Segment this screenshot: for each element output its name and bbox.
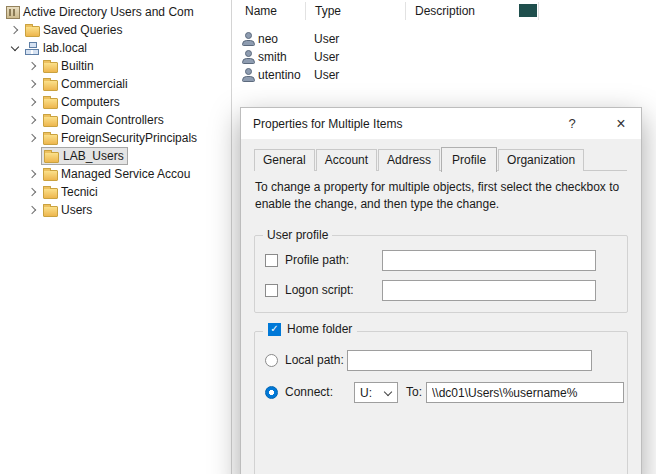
- chevron-right-icon[interactable]: [8, 23, 22, 37]
- home-folder-label: Home folder: [287, 322, 352, 336]
- chevron-right-icon[interactable]: [26, 185, 40, 199]
- chevron-down-icon[interactable]: [8, 41, 22, 55]
- tree-item-label: Builtin: [61, 59, 94, 73]
- folder-icon: [43, 98, 58, 109]
- tree-item-saved-queries[interactable]: Saved Queries: [0, 21, 231, 39]
- user-name: neo: [258, 32, 314, 46]
- user-icon: [241, 68, 256, 82]
- tree-item-foreign-security-principals[interactable]: ForeignSecurityPrincipals: [0, 129, 231, 147]
- close-button[interactable]: ×: [601, 108, 641, 139]
- home-folder-legend: Home folder: [263, 322, 357, 336]
- drive-letter-select[interactable]: U:: [354, 382, 398, 403]
- drive-letter-value: U:: [360, 386, 372, 400]
- column-separator[interactable]: [405, 2, 406, 20]
- home-folder-checkbox[interactable]: [268, 323, 281, 336]
- tree-item-managed-service-accounts[interactable]: Managed Service Accou: [0, 165, 231, 183]
- chevron-right-icon[interactable]: [26, 203, 40, 217]
- column-separator[interactable]: [305, 2, 306, 20]
- properties-dialog: Properties for Multiple Items ? × Genera…: [240, 107, 642, 474]
- tree-item-active-directory-root[interactable]: Active Directory Users and Com: [0, 3, 231, 21]
- tree-item-label: Domain Controllers: [61, 113, 164, 127]
- folder-icon: [44, 152, 59, 163]
- logon-script-checkbox[interactable]: [265, 284, 278, 297]
- chevron-placeholder: [26, 149, 40, 163]
- tree-item-label: Users: [61, 203, 92, 217]
- folder-icon: [43, 80, 58, 91]
- tab-profile[interactable]: Profile: [441, 147, 497, 172]
- folder-icon: [43, 170, 58, 181]
- tab-organization[interactable]: Organization: [498, 149, 584, 171]
- tree-item-label: LAB_Users: [63, 149, 124, 163]
- folder-icon: [43, 116, 58, 127]
- list-item-utentino[interactable]: utentino User: [233, 66, 656, 84]
- connect-label: Connect:: [285, 385, 333, 399]
- column-header-type[interactable]: Type: [315, 4, 341, 18]
- chevron-right-icon[interactable]: [26, 77, 40, 91]
- user-icon: [241, 32, 256, 46]
- user-icon: [241, 50, 256, 64]
- chevron-right-icon[interactable]: [26, 131, 40, 145]
- window-fragment: [519, 4, 537, 17]
- user-list: neo User smith User utentino User: [233, 30, 656, 84]
- chevron-right-icon[interactable]: [26, 95, 40, 109]
- tree-item-lab-users[interactable]: LAB_Users: [0, 147, 231, 165]
- tree-item-label: ForeignSecurityPrincipals: [61, 131, 197, 145]
- user-type: User: [314, 32, 414, 46]
- folder-icon: [43, 134, 58, 145]
- profile-path-checkbox[interactable]: [265, 254, 278, 267]
- dialog-tabs: General Account Address Profile Organiza…: [254, 148, 585, 171]
- profile-path-label: Profile path:: [285, 253, 349, 267]
- tree-item-label: Saved Queries: [43, 23, 122, 37]
- domain-icon: [25, 42, 40, 55]
- tab-address[interactable]: Address: [378, 149, 440, 171]
- tree-item-computers[interactable]: Computers: [0, 93, 231, 111]
- folder-icon: [43, 62, 58, 73]
- tree-item-tecnici[interactable]: Tecnici: [0, 183, 231, 201]
- tree-item-commerciali[interactable]: Commerciali: [0, 75, 231, 93]
- chevron-right-icon[interactable]: [26, 59, 40, 73]
- folder-icon: [43, 206, 58, 217]
- home-folder-path-input[interactable]: [426, 382, 624, 403]
- instruction-text: To change a property for multiple object…: [255, 179, 633, 214]
- folder-icon: [25, 26, 40, 37]
- tree-item-label: Computers: [61, 95, 120, 109]
- tree-item-label: lab.local: [43, 41, 87, 55]
- active-directory-icon: [6, 6, 20, 19]
- tree-item-domain-controllers[interactable]: Domain Controllers: [0, 111, 231, 129]
- column-separator[interactable]: [538, 2, 539, 20]
- list-item-neo[interactable]: neo User: [233, 30, 656, 48]
- tree-item-label: Managed Service Accou: [61, 167, 190, 181]
- tree-item-lab-local[interactable]: lab.local: [0, 39, 231, 57]
- dialog-title: Properties for Multiple Items: [253, 117, 402, 131]
- local-path-input[interactable]: [347, 350, 592, 371]
- user-name: utentino: [258, 68, 314, 82]
- help-button[interactable]: ?: [557, 108, 587, 139]
- logon-script-label: Logon script:: [285, 283, 354, 297]
- user-type: User: [314, 50, 414, 64]
- folder-icon: [43, 188, 58, 199]
- home-folder-group: Home folder Local path: Connect: U: To:: [254, 331, 628, 474]
- dialog-body: General Account Address Profile Organiza…: [241, 139, 641, 474]
- tab-account[interactable]: Account: [316, 149, 377, 171]
- user-profile-group: User profile Profile path: Logon script:: [254, 235, 628, 313]
- to-label: To:: [406, 385, 422, 399]
- chevron-right-icon[interactable]: [26, 167, 40, 181]
- tree-item-label: Active Directory Users and Com: [23, 5, 194, 19]
- column-header-name[interactable]: Name: [245, 4, 277, 18]
- logon-script-input[interactable]: [382, 280, 596, 301]
- tree-item-label: Commerciali: [61, 77, 128, 91]
- tree-item-builtin[interactable]: Builtin: [0, 57, 231, 75]
- connect-radio[interactable]: [265, 386, 278, 399]
- tree-item-users[interactable]: Users: [0, 201, 231, 219]
- list-item-smith[interactable]: smith User: [233, 48, 656, 66]
- user-type: User: [314, 68, 414, 82]
- profile-path-input[interactable]: [382, 250, 596, 271]
- dialog-titlebar: Properties for Multiple Items ? ×: [241, 108, 641, 139]
- column-header-description[interactable]: Description: [415, 4, 475, 18]
- tab-general[interactable]: General: [254, 149, 315, 171]
- tree-item-label: Tecnici: [61, 185, 98, 199]
- selected-tree-item-highlight: LAB_Users: [41, 147, 128, 165]
- chevron-right-icon[interactable]: [26, 113, 40, 127]
- local-path-radio[interactable]: [265, 354, 278, 367]
- chevron-down-icon: [384, 389, 392, 397]
